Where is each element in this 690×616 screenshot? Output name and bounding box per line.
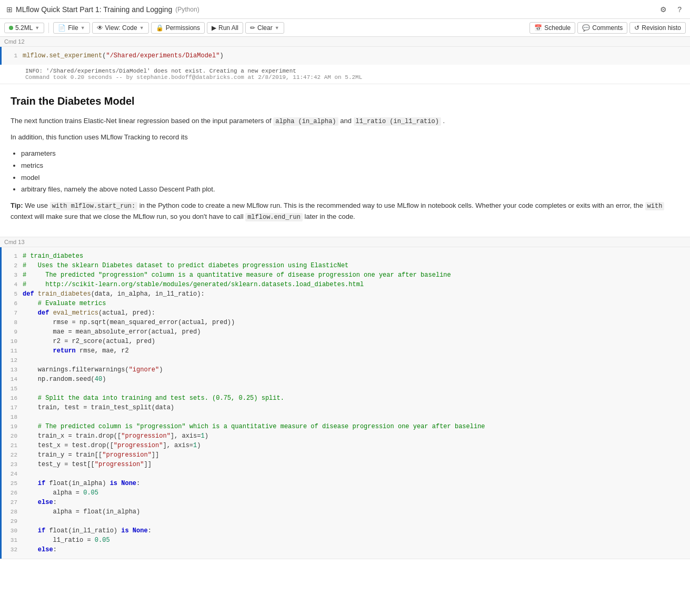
view-icon: 👁 — [97, 24, 103, 32]
code-line-c11: 11 return rmse, mae, r2 — [2, 346, 690, 356]
code-line-1: 1 mlflow.set_experiment("/Shared/experim… — [2, 51, 690, 60]
run-all-label: Run All — [218, 24, 238, 32]
notebook-title: MLflow Quick Start Part 1: Training and … — [16, 5, 172, 14]
code-line-c2: 2 # Uses the sklearn Diabetes dataset to… — [2, 261, 690, 270]
markdown-bullet-list: parameters metrics model arbitrary files… — [21, 148, 679, 195]
clear-label: Clear — [257, 24, 273, 32]
view-chevron-icon: ▼ — [139, 25, 144, 31]
code-line-c3: 3 # The predicted "progression" column i… — [2, 270, 690, 280]
comment-icon: 💬 — [582, 24, 590, 32]
file-button[interactable]: 📄 File ▼ — [53, 22, 89, 34]
file-chevron-icon: ▼ — [81, 25, 85, 31]
tip-code1: with mlflow.start_run: — [50, 202, 137, 210]
cluster-status-dot — [9, 26, 13, 30]
p1-mid: and — [340, 117, 353, 125]
view-label: View: Code — [105, 24, 137, 32]
code-line-c13: 13 warnings.filterwarnings("ignore") — [2, 365, 690, 375]
cell-cmd12: Cmd 12 1 mlflow.set_experiment("/Shared/… — [0, 37, 690, 84]
code-line-c23: 23 test_y = test[["progression"]] — [2, 460, 690, 469]
settings-button[interactable]: ⚙ — [658, 4, 669, 15]
code-line-c1: 1 # train_diabetes — [2, 251, 690, 261]
tip-mid: in the Python code to create a new MLflo… — [139, 201, 645, 209]
revision-button[interactable]: ↺ Revision histo — [629, 22, 686, 34]
comments-button[interactable]: 💬 Comments — [577, 22, 627, 34]
line-content-1: mlflow.set_experiment("/Shared/experimen… — [23, 51, 690, 60]
code-line-c17: 17 train, test = train_test_split(data) — [2, 403, 690, 412]
code-line-c7: 7 def eval_metrics(actual, pred): — [2, 308, 690, 318]
code-line-c27: 27 else: — [2, 498, 690, 507]
schedule-label: Schedule — [544, 24, 571, 32]
bullet-4: arbitrary files, namely the above noted … — [21, 184, 679, 195]
code-line-c9: 9 mae = mean_absolute_error(actual, pred… — [2, 327, 690, 337]
bullet-3: model — [21, 173, 679, 184]
clear-button[interactable]: ✏ Clear ▼ — [245, 22, 284, 34]
code-line-c15: 15 — [2, 384, 690, 393]
schedule-icon: 📅 — [534, 24, 542, 32]
code-line-c26: 26 alpha = 0.05 — [2, 488, 690, 498]
code-line-c4: 4 # http://scikit-learn.org/stable/modul… — [2, 280, 690, 289]
notebook-content: Cmd 12 1 mlflow.set_experiment("/Shared/… — [0, 37, 690, 559]
bullet-1: parameters — [21, 148, 679, 159]
line-num-1: 1 — [2, 51, 23, 60]
permissions-button[interactable]: 🔒 Permissions — [151, 22, 205, 34]
bullet-2: metrics — [21, 160, 679, 171]
code-line-c18: 18 — [2, 412, 690, 422]
code-line-c22: 22 train_y = train[["progression"]] — [2, 450, 690, 460]
p1-code2: l1_ratio (in_l1_ratio) — [354, 117, 441, 126]
toolbar-sep-1 — [48, 23, 49, 33]
lock-icon: 🔒 — [156, 24, 164, 32]
code-line-c10: 10 r2 = r2_score(actual, pred) — [2, 337, 690, 346]
code-area-cmd13[interactable]: 1 # train_diabetes 2 # Uses the sklearn … — [0, 247, 690, 559]
tip-label: Tip: — [11, 201, 23, 209]
tip-end: later in the code. — [305, 213, 355, 220]
code-line-c21: 21 test_x = test.drop(["progression"], a… — [2, 441, 690, 450]
top-bar-right: ⚙ ? — [658, 4, 684, 15]
code-line-c29: 29 — [2, 517, 690, 526]
code-line-c6: 6 # Evaluate metrics — [2, 299, 690, 308]
help-button[interactable]: ? — [675, 4, 684, 15]
code-line-c8: 8 rmse = np.sqrt(mean_squared_error(actu… — [2, 318, 690, 327]
top-bar-left: ⊞ MLflow Quick Start Part 1: Training an… — [6, 5, 199, 14]
code-line-c19: 19 # The predicted column is "progressio… — [2, 422, 690, 431]
cluster-chevron-icon: ▼ — [35, 25, 39, 31]
top-bar: ⊞ MLflow Quick Start Part 1: Training an… — [0, 0, 690, 19]
code-line-c31: 31 l1_ratio = 0.05 — [2, 536, 690, 545]
markdown-p1: The next function trains Elastic-Net lin… — [11, 116, 679, 127]
tip-after: context will make sure that we close the… — [11, 213, 245, 220]
cell-markdown: Train the Diabetes Model The next functi… — [0, 84, 690, 237]
code-line-c25: 25 if float(in_alpha) is None: — [2, 479, 690, 488]
file-icon: 📄 — [58, 24, 66, 32]
schedule-button[interactable]: 📅 Schedule — [529, 22, 575, 34]
revision-label: Revision histo — [642, 24, 681, 32]
code-line-c5: 5 def train_diabetes(data, in_alpha, in_… — [2, 289, 690, 299]
cell-cmd12-label: Cmd 12 — [0, 37, 690, 47]
grid-icon: ⊞ — [6, 5, 13, 14]
clear-icon: ✏ — [250, 24, 255, 32]
markdown-p2: In addition, this function uses MLflow T… — [11, 132, 679, 143]
permissions-label: Permissions — [166, 24, 200, 32]
run-icon: ▶ — [212, 24, 216, 32]
code-line-c14: 14 np.random.seed(40) — [2, 375, 690, 384]
code-area-cmd12[interactable]: 1 mlflow.set_experiment("/Shared/experim… — [0, 47, 690, 65]
run-all-button[interactable]: ▶ Run All — [207, 22, 243, 34]
code-line-c16: 16 # Split the data into training and te… — [2, 393, 690, 403]
code-line-c32: 32 else: — [2, 545, 690, 554]
comments-label: Comments — [592, 24, 623, 32]
cell-cmd13: Cmd 13 1 # train_diabetes 2 # Uses the s… — [0, 237, 690, 559]
output-cmd12: INFO: '/Shared/experiments/DiaModel' doe… — [0, 65, 690, 84]
code-line-c24: 24 — [2, 469, 690, 479]
toolbar: 5.2ML ▼ 📄 File ▼ 👁 View: Code ▼ 🔒 Permis… — [0, 19, 690, 37]
code-line-c12: 12 — [2, 356, 690, 365]
notebook-lang: (Python) — [175, 6, 199, 13]
markdown-tip: Tip: We use with mlflow.start_run: in th… — [11, 200, 679, 223]
p1-period: . — [443, 117, 445, 125]
tip-code2: with — [645, 202, 665, 210]
revision-icon: ↺ — [634, 24, 639, 32]
tip-code3: mlflow.end_run — [245, 213, 303, 221]
output-meta-text: Command took 0.20 seconds -- by stephani… — [25, 74, 684, 80]
view-button[interactable]: 👁 View: Code ▼ — [92, 22, 149, 34]
cluster-name: 5.2ML — [15, 24, 33, 32]
code-line-c28: 28 alpha = float(in_alpha) — [2, 507, 690, 517]
file-label: File — [68, 24, 78, 32]
cluster-selector[interactable]: 5.2ML ▼ — [4, 23, 44, 33]
